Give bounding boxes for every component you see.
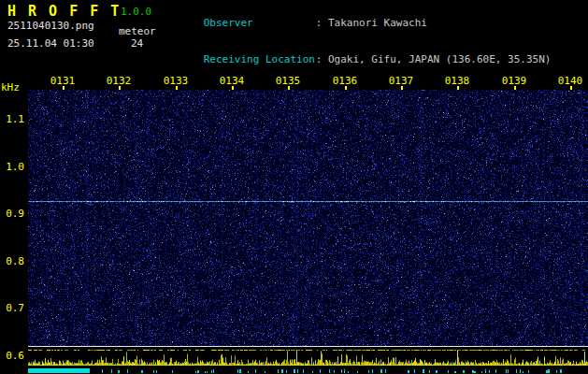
- info-value: : Takanori Kawachi: [316, 17, 427, 29]
- info-row-observer: Observer: Takanori Kawachi: [166, 5, 551, 41]
- info-row-location: Receiving Location: Ogaki, Gifu, JAPAN (…: [166, 41, 551, 78]
- info-label: Observer: [204, 17, 316, 29]
- info-value: : Ogaki, Gifu, JAPAN (136.60E, 35.35N): [316, 53, 552, 65]
- y-tick-label: 1.1: [2, 113, 24, 125]
- y-tick-label: 0.9: [2, 208, 24, 220]
- mode-label: meteor: [119, 25, 156, 37]
- info-label: Receiving Location: [204, 53, 316, 65]
- meteor-count: 24: [131, 37, 143, 50]
- y-tick-label: 0.7: [2, 302, 24, 314]
- output-filename: 2511040130.png: [7, 20, 94, 32]
- y-tick-label: 0.6: [2, 350, 24, 362]
- app-title: H R O F F T: [7, 3, 121, 20]
- observation-datetime: 25.11.04 01:30: [7, 37, 94, 50]
- y-tick-label: 1.0: [2, 161, 24, 173]
- y-axis-unit: kHz: [1, 81, 20, 94]
- y-tick-label: 0.8: [2, 255, 24, 267]
- app-version: 1.0.0: [121, 6, 151, 18]
- spectrogram-canvas: [28, 86, 588, 374]
